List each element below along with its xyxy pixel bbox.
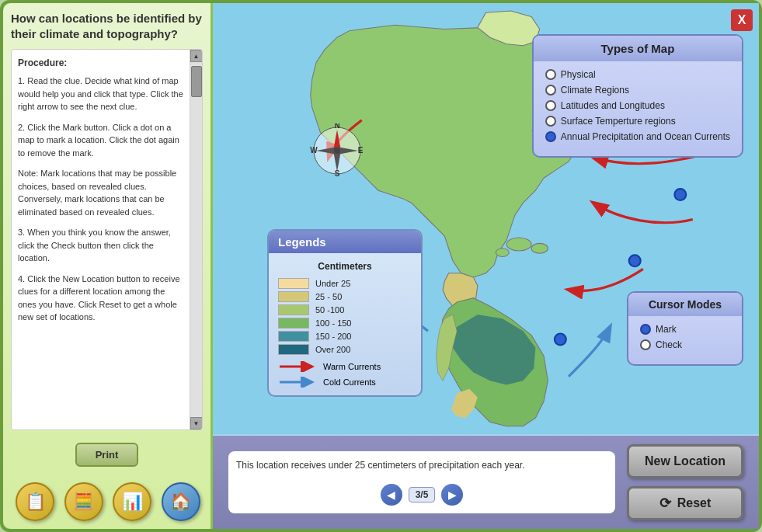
legend-arrow-visual-0 (278, 361, 317, 372)
close-button[interactable]: X (731, 9, 753, 31)
nav-row: ◀ 3/5 ▶ (236, 484, 607, 506)
page-counter: 3/5 (409, 487, 436, 502)
map-type-radio-4 (545, 131, 556, 142)
map-type-label-0: Physical (561, 69, 596, 80)
legend-item-1: 25 - 50 (278, 291, 412, 302)
scroll-down-button[interactable]: ▼ (190, 417, 203, 429)
cursor-option-0[interactable]: Mark (640, 324, 730, 335)
legend-color-4 (278, 331, 309, 342)
legend-label-1: 25 - 50 (315, 292, 342, 301)
legend-arrow-visual-1 (278, 377, 317, 388)
legend-panel: Legends Centimeters Under 2525 - 5050 -1… (267, 229, 423, 397)
map-type-option-0[interactable]: Physical (545, 69, 730, 80)
right-buttons: New Location ⟳ Reset (627, 444, 743, 520)
map-type-label-2: Latitudes and Longitudes (561, 100, 665, 111)
left-panel: How can locations be identified by their… (3, 3, 213, 529)
bottom-bar: This location receives under 25 centimet… (213, 436, 759, 529)
compass-rose: N S E W (310, 123, 364, 178)
scroll-up-button[interactable]: ▲ (190, 50, 203, 62)
map-type-radio-1 (545, 85, 556, 96)
map-container[interactable]: N S E W Types of Map PhysicalClimate Reg… (213, 3, 759, 436)
svg-point-1 (506, 238, 531, 251)
question-title: How can locations be identified by their… (11, 11, 203, 41)
map-type-radio-3 (545, 116, 556, 127)
map-type-label-3: Surface Temperture regions (561, 116, 676, 127)
svg-point-9 (555, 333, 566, 345)
reset-label: Reset (677, 496, 712, 510)
svg-text:E: E (358, 146, 364, 155)
legend-color-2 (278, 304, 309, 315)
cursor-options: MarkCheck (640, 324, 730, 350)
procedure-note: Note: Mark locations that may be possibl… (18, 167, 183, 218)
map-type-label-4: Annual Precipitation and Ocean Currents (561, 131, 730, 142)
svg-text:S: S (335, 169, 340, 178)
legend-label-5: Over 200 (315, 345, 350, 354)
legend-title: Legends (269, 231, 421, 253)
legend-arrows: Warm Currents Cold Currents (278, 361, 412, 388)
map-type-option-4[interactable]: Annual Precipitation and Ocean Currents (545, 131, 730, 142)
legend-item-5: Over 200 (278, 344, 412, 355)
svg-point-3 (496, 249, 509, 257)
current-page: 3 (416, 489, 421, 500)
home-icon[interactable]: 🏠 (162, 482, 200, 521)
procedure-step-3: 3. When you think you know the answer, c… (18, 226, 183, 265)
legend-color-0 (278, 278, 309, 289)
legend-item-0: Under 25 (278, 278, 412, 289)
legend-arrow-1: Cold Currents (278, 377, 412, 388)
map-type-label-1: Climate Regions (561, 85, 629, 96)
svg-text:W: W (310, 146, 318, 155)
legend-arrow-0: Warm Currents (278, 361, 412, 372)
scrollbar[interactable]: ▲ ▼ (190, 50, 202, 429)
scroll-thumb[interactable] (191, 66, 202, 97)
svg-point-8 (629, 255, 641, 266)
map-type-option-1[interactable]: Climate Regions (545, 85, 730, 96)
legend-color-1 (278, 291, 309, 302)
main-area: N S E W Types of Map PhysicalClimate Reg… (213, 3, 759, 529)
legend-item-4: 150 - 200 (278, 331, 412, 342)
reset-icon: ⟳ (659, 495, 671, 512)
cursor-option-1[interactable]: Check (640, 339, 730, 350)
print-button[interactable]: Print (75, 443, 139, 467)
legend-label-3: 100 - 150 (315, 318, 351, 328)
clue-box: This location receives under 25 centimet… (228, 451, 615, 513)
legend-content: Centimeters Under 2525 - 5050 -100100 - … (269, 253, 421, 395)
total-pages: 5 (423, 489, 429, 500)
legend-color-5 (278, 344, 309, 355)
legend-item-2: 50 -100 (278, 304, 412, 315)
legend-arrow-label-0: Warm Currents (323, 362, 381, 371)
procedure-step-2: 2. Click the Mark button. Click a dot on… (18, 121, 183, 160)
svg-point-6 (674, 189, 686, 200)
map-types-options: PhysicalClimate RegionsLatitudes and Lon… (545, 69, 730, 142)
legend-label-0: Under 25 (315, 279, 350, 288)
procedure-content: Procedure: 1. Read the clue. Decide what… (12, 50, 190, 429)
svg-text:N: N (334, 123, 339, 130)
map-type-radio-0 (545, 69, 556, 80)
svg-point-2 (531, 243, 548, 253)
map-type-option-3[interactable]: Surface Temperture regions (545, 116, 730, 127)
cursor-label-1: Check (656, 339, 682, 350)
legend-items: Under 2525 - 5050 -100100 - 150150 - 200… (278, 278, 412, 355)
legend-color-3 (278, 318, 309, 329)
reset-button[interactable]: ⟳ Reset (627, 486, 743, 520)
map-type-radio-2 (545, 100, 556, 111)
new-location-button[interactable]: New Location (627, 444, 743, 478)
prev-clue-button[interactable]: ◀ (381, 484, 402, 506)
map-type-option-2[interactable]: Latitudes and Longitudes (545, 100, 730, 111)
calculator1-icon[interactable]: 🧮 (64, 482, 103, 521)
procedure-title: Procedure: (18, 56, 183, 70)
legend-label-2: 50 -100 (315, 305, 344, 315)
cursor-radio-1 (640, 339, 651, 350)
types-panel-title: Types of Map (534, 36, 742, 61)
cursor-label-0: Mark (656, 324, 677, 335)
clue-text: This location receives under 25 centimet… (236, 459, 607, 479)
next-clue-button[interactable]: ▶ (441, 484, 463, 506)
calculator2-icon[interactable]: 📊 (113, 482, 151, 521)
legend-label-4: 150 - 200 (315, 332, 351, 341)
cursor-radio-0 (640, 324, 651, 335)
procedure-step-4: 4. Click the New Location button to rece… (18, 273, 183, 324)
clipboard-icon[interactable]: 📋 (16, 482, 54, 521)
svg-point-15 (334, 148, 340, 154)
legend-item-3: 100 - 150 (278, 318, 412, 329)
legend-subtitle: Centimeters (278, 261, 412, 272)
bottom-icons: 📋 🧮 📊 🏠 (3, 482, 213, 521)
